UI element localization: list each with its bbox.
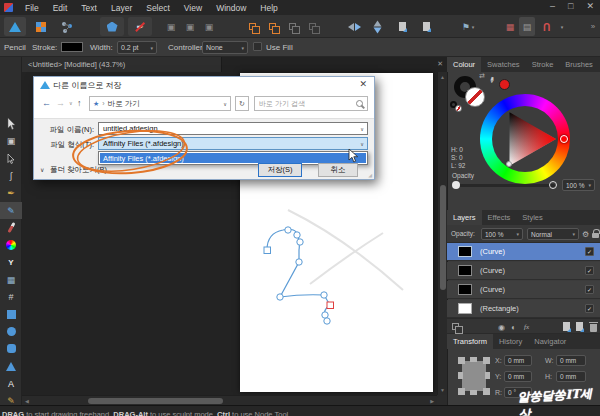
- flip-horizontal-button[interactable]: [343, 17, 365, 36]
- layer-row-rectangle[interactable]: (Rectangle) ✓: [447, 300, 600, 318]
- file-type-select[interactable]: Affinity Files (*.afdesign) ∨: [98, 137, 368, 150]
- picked-colour-swatch[interactable]: [499, 79, 510, 90]
- ellipse-tool[interactable]: [0, 323, 22, 340]
- fill-tool[interactable]: Y: [0, 254, 22, 271]
- artboard-tool[interactable]: ▣: [0, 132, 22, 149]
- tab-brushes[interactable]: Brushes: [559, 57, 599, 72]
- opacity-value-input[interactable]: 100 %▾: [562, 179, 595, 191]
- path-start-node[interactable]: [264, 247, 271, 254]
- scroll-right-icon[interactable]: ▶: [430, 398, 434, 404]
- maximize-button[interactable]: □: [568, 1, 573, 11]
- controller-select[interactable]: None▾: [202, 41, 248, 54]
- pen-tool[interactable]: ✒: [0, 184, 22, 201]
- crop-tool[interactable]: #: [0, 288, 22, 305]
- layer-effects-icon[interactable]: fx: [524, 323, 529, 331]
- opacity-slider-knob[interactable]: [452, 181, 460, 189]
- forward-icon[interactable]: →: [56, 98, 65, 108]
- place-button[interactable]: [100, 17, 124, 36]
- text-tool[interactable]: A: [0, 375, 22, 392]
- blend-mode-select[interactable]: Normal▾: [527, 228, 579, 240]
- cancel-button[interactable]: 취소: [318, 163, 358, 177]
- rounded-rectangle-tool[interactable]: [0, 340, 22, 357]
- swap-colours-icon[interactable]: ⇄: [479, 72, 485, 80]
- dialog-close-icon[interactable]: ✕: [359, 79, 367, 89]
- duplicate-layer-icon[interactable]: [576, 322, 583, 331]
- horizontal-scrollbar[interactable]: ◀ ▶: [22, 395, 437, 405]
- scroll-up-icon[interactable]: ▲: [440, 74, 445, 80]
- up-icon[interactable]: ↑: [77, 98, 82, 108]
- layer-row-curve-1[interactable]: (Curve) ✓: [447, 243, 600, 261]
- tab-navigator[interactable]: Navigator: [528, 334, 572, 349]
- gear-icon[interactable]: ⚙: [582, 230, 589, 239]
- shape-tool[interactable]: [0, 358, 22, 375]
- resize-grip-icon[interactable]: ◢: [368, 172, 372, 178]
- minimize-button[interactable]: –: [550, 1, 555, 11]
- stroke-width-input[interactable]: 0.2 pt▾: [117, 41, 157, 54]
- move-tool[interactable]: [0, 115, 22, 132]
- opacity-slider-end-ring[interactable]: [549, 181, 557, 189]
- layer-visibility-checkbox[interactable]: ✓: [585, 266, 594, 275]
- mini-fill-swatch[interactable]: [455, 105, 462, 112]
- address-bar[interactable]: ★ › 바로 가기 ∨: [89, 96, 231, 111]
- h-input[interactable]: 0 mm: [556, 371, 586, 382]
- w-input[interactable]: 0 mm: [556, 355, 586, 366]
- history-chevron-icon[interactable]: ∨: [69, 100, 73, 106]
- close-button[interactable]: ✕: [586, 1, 594, 11]
- move-to-back-button[interactable]: [303, 17, 321, 36]
- tab-styles[interactable]: Styles: [516, 210, 548, 225]
- tab-stroke[interactable]: Stroke: [526, 57, 560, 72]
- tab-history[interactable]: History: [493, 334, 528, 349]
- insert-inside-button[interactable]: ▣: [162, 17, 180, 36]
- browse-folders-label[interactable]: 폴더 찾아보기(B): [50, 165, 107, 175]
- corner-tool[interactable]: ʃ: [0, 167, 22, 184]
- x-input[interactable]: 0 mm: [504, 355, 532, 366]
- file-type-option[interactable]: Affinity Files (*.afdesign): [100, 153, 366, 163]
- insert-on-top-button[interactable]: ▣: [181, 17, 199, 36]
- y-input[interactable]: 0 mm: [504, 371, 532, 382]
- move-to-front-button[interactable]: [283, 17, 301, 36]
- rotate-ccw-button[interactable]: [391, 17, 413, 36]
- brush-tool[interactable]: [0, 219, 22, 236]
- rotate-cw-button[interactable]: [415, 17, 437, 36]
- tab-layers[interactable]: Layers: [447, 210, 482, 225]
- move-forward-button[interactable]: [243, 17, 261, 36]
- designer-persona-button[interactable]: [4, 17, 26, 36]
- path-selected-node[interactable]: [327, 302, 334, 309]
- sl-selector-dot[interactable]: [506, 161, 512, 167]
- node-tool[interactable]: [0, 150, 22, 167]
- hue-wheel[interactable]: [480, 94, 570, 184]
- scroll-down-icon[interactable]: ▼: [440, 387, 445, 393]
- opacity-slider-track[interactable]: [455, 184, 555, 187]
- edit-all-layers-button[interactable]: [452, 323, 459, 330]
- menu-help[interactable]: Help: [260, 3, 277, 13]
- tab-close-icon[interactable]: ✕: [437, 60, 443, 68]
- horizontal-scroll-thumb[interactable]: [88, 398, 223, 404]
- lock-icon[interactable]: [592, 233, 599, 238]
- document-tab[interactable]: <Untitled> [Modified] (43.7%): [22, 57, 222, 72]
- hue-selector-ring[interactable]: [560, 135, 568, 143]
- menu-text[interactable]: Text: [81, 3, 97, 13]
- tab-colour[interactable]: Colour: [447, 57, 481, 72]
- layer-visibility-checkbox[interactable]: ✓: [585, 247, 594, 256]
- grid-toggle-button[interactable]: ▦: [502, 17, 518, 36]
- breadcrumb[interactable]: 바로 가기: [108, 99, 140, 109]
- save-button[interactable]: 저장(S): [258, 163, 302, 177]
- delete-layer-icon[interactable]: [590, 324, 597, 332]
- tab-transform[interactable]: Transform: [447, 334, 493, 349]
- search-box[interactable]: 바로 가기 검색: [254, 96, 368, 111]
- layer-row-curve-3[interactable]: (Curve) ✓: [447, 281, 600, 299]
- menu-window[interactable]: Window: [216, 3, 246, 13]
- menu-edit[interactable]: Edit: [53, 3, 68, 13]
- new-layer-icon[interactable]: [563, 322, 570, 331]
- tab-swatches[interactable]: Swatches: [481, 57, 526, 72]
- menu-select[interactable]: Select: [146, 3, 170, 13]
- use-fill-checkbox[interactable]: [253, 42, 262, 51]
- guides-toggle-button[interactable]: ▤: [519, 17, 535, 36]
- snapping-options-button[interactable]: ▾: [557, 17, 567, 36]
- layer-visibility-checkbox[interactable]: ✓: [585, 285, 594, 294]
- alignment-button[interactable]: ⚑ ▾: [455, 17, 481, 36]
- adjustment-layer-icon[interactable]: ◐: [511, 323, 516, 332]
- edit-in-pixel-button[interactable]: ✒: [128, 17, 152, 36]
- mask-layer-icon[interactable]: ◉: [498, 323, 505, 332]
- export-persona-button[interactable]: [56, 17, 78, 36]
